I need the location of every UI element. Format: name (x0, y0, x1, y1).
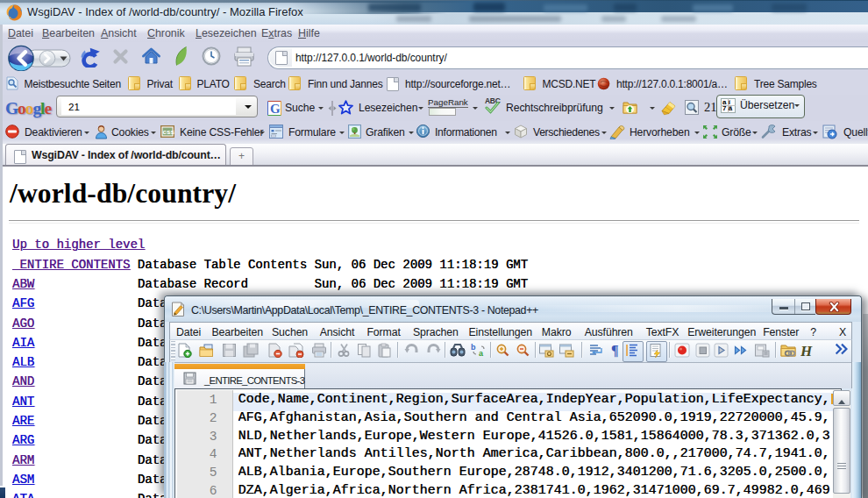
svg-text:b: b (471, 343, 476, 352)
svg-text:H: H (800, 343, 813, 358)
svg-text:G: G (270, 102, 281, 116)
svg-text:¶: ¶ (611, 343, 619, 358)
svg-text:a: a (479, 349, 484, 358)
svg-text:css: css (163, 128, 175, 136)
